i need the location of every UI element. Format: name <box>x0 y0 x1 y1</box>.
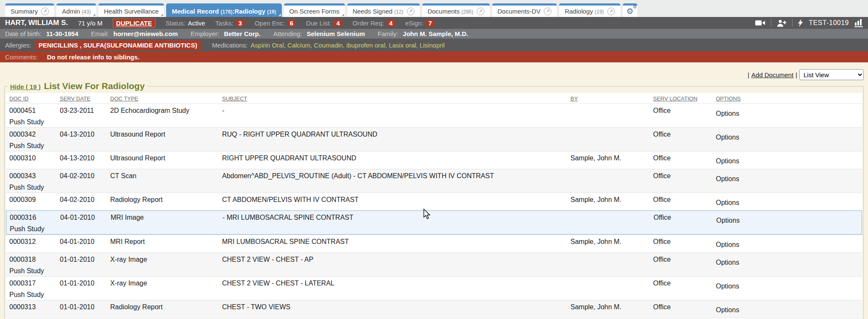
lightning-icon[interactable] <box>798 19 803 27</box>
chart-icon[interactable] <box>854 19 863 27</box>
add-person-icon[interactable] <box>777 20 787 27</box>
tab-admin-43[interactable]: Admin (43) <box>56 3 96 17</box>
tab-needs-signed-12[interactable]: Needs Signed (12) ↗ <box>347 3 420 17</box>
column-header-serv-location[interactable]: SERV LOCATION <box>650 93 712 104</box>
doc-id: 0000343 <box>9 172 54 180</box>
push-study-link[interactable]: Push Study <box>9 267 54 275</box>
popout-icon[interactable]: ↗ <box>544 8 551 15</box>
main-content: | Add Document | List View Hide ( 19 ) L… <box>0 62 868 319</box>
doc-id: 0000317 <box>9 279 54 288</box>
push-study-link[interactable]: Push Study <box>10 225 54 233</box>
table-row[interactable]: 0000317 Push Study 01-01-2010 X-ray Imag… <box>6 276 862 300</box>
tab-health-surveillance[interactable]: Health Surveillance <box>98 3 164 17</box>
doc-id: 0000318 <box>9 255 54 264</box>
counter-label: Open Enc: <box>255 20 285 27</box>
counter-badge[interactable]: 4 <box>387 20 395 27</box>
table-row[interactable]: 0000342 Push Study 04-13-2010 Ultrasound… <box>6 127 862 151</box>
options-button[interactable]: Options <box>712 235 862 252</box>
push-study-link[interactable]: Push Study <box>9 291 54 299</box>
allergies-label: Allergies: <box>5 42 31 49</box>
tab-label: Summary <box>11 8 38 15</box>
table-row[interactable]: 0000343 Push Study 04-02-2010 CT Scan Ab… <box>6 169 862 193</box>
medication-link-lasix-oral[interactable]: Lasix oral <box>389 42 416 49</box>
table-row-highlighted[interactable]: 0000316 Push Study 04-01-2010 MRI Image … <box>6 210 862 235</box>
cell-doc-id: 0000318 Push Study <box>6 253 56 276</box>
column-header-by[interactable]: BY <box>567 93 650 104</box>
hide-link[interactable]: Hide ( 19 ) <box>10 83 41 90</box>
tab-radiology-19[interactable]: Radiology (19) ↗ <box>559 3 620 17</box>
cell-doc-type: Radiology Report <box>107 193 219 210</box>
tab-on-screen-forms[interactable]: On Screen Forms <box>284 3 345 17</box>
options-button[interactable]: Options <box>712 104 862 127</box>
counter-badge[interactable]: 4 <box>334 20 342 27</box>
table-row[interactable]: 0000451 Push Study 03-23-2011 2D Echocar… <box>6 104 862 127</box>
demographic-label: Attending: <box>273 30 302 37</box>
cell-by <box>567 253 650 276</box>
options-button[interactable]: Options <box>712 277 862 300</box>
medication-link-coumadin[interactable]: Coumadin <box>314 42 343 49</box>
popout-icon[interactable]: ↗ <box>607 8 615 15</box>
add-document-link[interactable]: Add Document <box>751 71 793 78</box>
cell-serv-location: Office <box>650 300 712 318</box>
options-button[interactable]: Options <box>712 128 862 151</box>
cell-subject: Abdomen^ABD_PELVIS_ROUTINE (Adult) - CT … <box>219 169 567 193</box>
options-button[interactable]: Options <box>712 169 862 193</box>
medication-link-lisinopril[interactable]: Lisinopril <box>420 42 445 49</box>
push-study-link[interactable]: Push Study <box>9 183 54 192</box>
counter-due-list: Due List: 4 <box>306 20 342 27</box>
document-toolbar: | Add Document | List View <box>4 62 864 81</box>
table-row[interactable]: 0000312 04-01-2010 MRI Report MRI LUMBOS… <box>6 235 862 252</box>
column-header-serv-date[interactable]: SERV DATE <box>56 93 107 104</box>
dropdown-corner-icon <box>278 14 281 16</box>
cell-subject: RUQ - RIGHT UPPER QUADRANT ULTRASOUND <box>219 128 567 151</box>
view-mode-select[interactable]: List View <box>799 69 864 80</box>
table-row[interactable]: 0000309 04-02-2010 Radiology Report CT A… <box>6 193 862 210</box>
tab-label: Needs Signed (12) <box>353 8 403 15</box>
column-header-options[interactable]: OPTIONS <box>712 93 862 104</box>
popout-icon[interactable]: ↗ <box>407 8 415 15</box>
medication-link-aspirin-oral[interactable]: Aspirin Oral <box>250 42 284 49</box>
dropdown-corner-icon <box>342 14 344 16</box>
tab-medical-record-178-radiology-19[interactable]: Medical Record (178):Radiology (19) <box>166 3 281 17</box>
push-study-link[interactable]: Push Study <box>9 142 54 150</box>
counter-badge[interactable]: 6 <box>287 20 296 27</box>
medication-link-ibuprofen-oral[interactable]: ibuprofen oral <box>346 42 385 49</box>
counter-badge[interactable]: 3 <box>236 20 245 27</box>
cell-by <box>567 128 650 151</box>
cell-by: Sample, John M. <box>567 193 650 210</box>
table-row[interactable]: 0000313 01-01-2010 Radiology Report CHES… <box>6 300 862 318</box>
popout-icon[interactable]: ↗ <box>41 8 49 15</box>
medication-link-calcium[interactable]: Calcium <box>287 42 310 49</box>
cell-serv-date: 01-01-2010 <box>56 277 107 300</box>
options-button[interactable]: Options <box>712 193 862 210</box>
medications-label: Medications: <box>212 42 248 49</box>
cell-serv-location: Office <box>650 277 712 300</box>
tab-documents-dv[interactable]: Documents-DV ↗ <box>492 3 557 17</box>
tab-label: Documents (285) <box>428 8 473 15</box>
options-button[interactable]: Options <box>713 211 862 234</box>
table-row[interactable]: 0000310 04-13-2010 Ultrasound Report RIG… <box>6 151 862 169</box>
column-header-doc-id[interactable]: DOC ID <box>6 93 56 104</box>
medications-list: Aspirin Oral, Calcium, Coumadin, ibuprof… <box>250 42 445 49</box>
counter-badge[interactable]: 7 <box>426 20 434 27</box>
radiology-table: DOC IDSERV DATEDOC TYPESUBJECTBYSERV LOC… <box>6 93 862 319</box>
table-row[interactable]: 0000318 Push Study 01-01-2010 X-ray Imag… <box>6 252 862 276</box>
video-camera-icon[interactable] <box>755 20 765 26</box>
cell-doc-id: 0000343 Push Study <box>6 169 56 193</box>
column-header-doc-type[interactable]: DOC TYPE <box>107 93 219 104</box>
tab-documents-285[interactable]: Documents (285) ↗ <box>422 3 490 17</box>
options-button[interactable]: Options <box>712 300 862 318</box>
cell-doc-type: X-ray Image <box>107 253 219 276</box>
popout-icon[interactable]: ↗ <box>477 8 484 15</box>
tab-summary[interactable]: Summary ↗ <box>5 3 54 17</box>
push-study-link[interactable]: Push Study <box>9 118 54 126</box>
counter-label: Due List: <box>306 20 331 27</box>
cell-by <box>568 211 650 234</box>
options-button[interactable]: Options <box>712 253 862 276</box>
cell-subject: CT ABDOMEN/PELVIS WITH IV CONTRAST <box>219 193 567 210</box>
divider <box>771 19 771 27</box>
options-button[interactable]: Options <box>712 151 862 169</box>
duplicate-badge[interactable]: DUPLICATE <box>113 19 156 28</box>
settings-tab[interactable]: ⚙ ⚙ <box>623 3 637 17</box>
column-header-subject[interactable]: SUBJECT <box>219 93 567 104</box>
